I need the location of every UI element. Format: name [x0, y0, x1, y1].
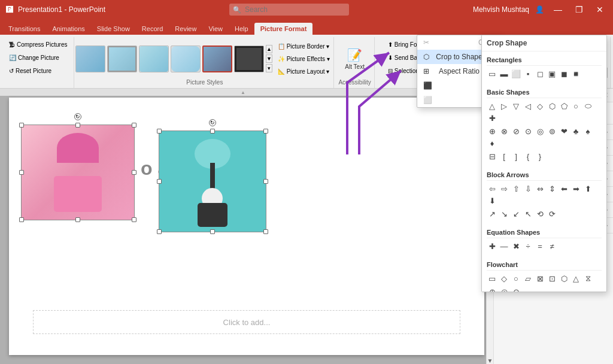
image1-handle-tm[interactable] — [75, 123, 80, 128]
shape-hex[interactable]: ⬡ — [547, 101, 557, 111]
image2-handle-tl[interactable] — [157, 129, 162, 134]
shape-fc3[interactable]: ○ — [511, 273, 521, 284]
shape-bs1[interactable]: ⊕ — [487, 126, 497, 136]
shape-ba3[interactable]: ⇧ — [511, 183, 521, 194]
image1-handle-bl[interactable] — [19, 217, 24, 222]
picture-effects-button[interactable]: ✨ Picture Effects ▾ — [274, 53, 334, 65]
tab-help[interactable]: Help — [229, 23, 254, 35]
image1-container[interactable]: ↻ — [21, 125, 135, 220]
tab-transitions[interactable]: Transitions — [2, 23, 46, 35]
shape-ba8[interactable]: ➡ — [570, 183, 581, 194]
shape-rect-6[interactable]: ▣ — [547, 68, 557, 79]
image1-handle-tr[interactable] — [132, 123, 136, 128]
shape-ba7[interactable]: ⬅ — [559, 183, 569, 194]
shape-fc5[interactable]: ⊠ — [535, 273, 545, 284]
shape-fc12[interactable]: ⊙ — [511, 286, 521, 292]
image2-handle-tm[interactable] — [210, 129, 215, 134]
shape-eq3[interactable]: ✖ — [511, 241, 521, 251]
shape-bs15[interactable]: } — [535, 151, 545, 162]
shape-rect-1[interactable]: ▭ — [487, 68, 497, 79]
style-thumb-3[interactable] — [139, 46, 169, 72]
tab-slideshow[interactable]: Slide Show — [91, 23, 136, 35]
shape-eq2[interactable]: — — [499, 241, 509, 251]
picture-layout-button[interactable]: 📐 Picture Layout ▾ — [274, 65, 334, 77]
scroll-down-arrow[interactable]: ▼ — [487, 357, 493, 364]
change-picture-button[interactable]: 🔄 Change Picture — [5, 51, 71, 63]
shape-bs3[interactable]: ⊘ — [511, 126, 521, 136]
tab-view[interactable]: View — [202, 23, 229, 35]
shape-bs4[interactable]: ⊙ — [523, 126, 533, 136]
image2-handle-bm[interactable] — [210, 229, 215, 234]
image2-handle-tr[interactable] — [263, 129, 268, 134]
image1-handle-tl[interactable] — [19, 123, 24, 128]
image2-handle-bl[interactable] — [157, 229, 162, 234]
style-thumb-1[interactable] — [75, 46, 105, 72]
shape-ba4[interactable]: ⇩ — [523, 183, 533, 194]
shape-fc8[interactable]: △ — [570, 273, 581, 284]
style-thumb-4[interactable] — [171, 46, 201, 72]
styles-expand[interactable]: ▾ — [266, 64, 272, 72]
shape-rect-7[interactable]: ◼ — [559, 68, 569, 79]
style-thumb-6[interactable] — [234, 46, 264, 72]
shape-eq4[interactable]: ÷ — [523, 241, 533, 251]
shape-bs12[interactable]: [ — [499, 151, 509, 162]
styles-scroll-up[interactable]: ▲ — [266, 45, 272, 53]
shape-bs14[interactable]: { — [523, 151, 533, 162]
shape-ba15[interactable]: ⟲ — [535, 208, 545, 219]
shape-bs9[interactable]: ♠ — [582, 126, 593, 136]
shape-fc9[interactable]: ⧖ — [582, 273, 593, 284]
shape-bs6[interactable]: ⊚ — [547, 126, 557, 136]
shape-bs2[interactable]: ⊗ — [499, 126, 509, 136]
picture-border-button[interactable]: 📋 Picture Border ▾ — [274, 40, 334, 52]
style-thumb-2[interactable] — [107, 46, 137, 72]
restore-button[interactable]: ❐ — [572, 4, 587, 16]
shape-ltri[interactable]: ◁ — [523, 101, 533, 111]
shape-bs10[interactable]: ♦ — [487, 138, 497, 148]
shape-bs5[interactable]: ◎ — [535, 126, 545, 136]
shape-ba11[interactable]: ↗ — [487, 208, 497, 219]
shape-dtri[interactable]: ▽ — [511, 101, 521, 111]
shape-ba14[interactable]: ↖ — [523, 208, 533, 219]
shape-fc4[interactable]: ▱ — [523, 273, 533, 284]
tab-picture-format[interactable]: Picture Format — [254, 23, 313, 35]
shape-circle[interactable]: ○ — [570, 101, 581, 111]
shape-eq6[interactable]: ≠ — [547, 241, 557, 251]
image1-handle-br[interactable] — [132, 217, 136, 222]
shape-fc10[interactable]: ⊕ — [487, 286, 497, 292]
shape-bs8[interactable]: ♣ — [570, 126, 581, 136]
image1-rotate-handle[interactable]: ↻ — [74, 113, 81, 120]
shape-ba9[interactable]: ⬆ — [582, 183, 593, 194]
shape-fc1[interactable]: ▭ — [487, 273, 497, 284]
image1-handle-mr[interactable] — [132, 170, 136, 175]
minimize-button[interactable]: — — [550, 4, 566, 16]
shape-eq1[interactable]: ✚ — [487, 241, 497, 251]
shape-ba12[interactable]: ↘ — [499, 208, 509, 219]
shape-ba2[interactable]: ⇨ — [499, 183, 509, 194]
shape-ba13[interactable]: ↙ — [511, 208, 521, 219]
shape-ba10[interactable]: ⬇ — [487, 195, 497, 206]
bottom-placeholder[interactable]: Click to add... — [33, 310, 460, 334]
shape-diamond[interactable]: ◇ — [535, 101, 545, 111]
search-input[interactable] — [229, 4, 349, 16]
styles-scroll-down[interactable]: ▼ — [266, 54, 272, 63]
image2-rotate-handle[interactable]: ↻ — [209, 119, 216, 126]
shape-fc11[interactable]: ◎ — [499, 286, 509, 292]
tab-animations[interactable]: Animations — [46, 23, 90, 35]
shape-eq5[interactable]: = — [535, 241, 545, 251]
shape-rect-5[interactable]: ◻ — [535, 68, 545, 79]
image2-handle-mr[interactable] — [263, 179, 268, 184]
shape-bs7[interactable]: ❤ — [559, 126, 569, 136]
shape-pent[interactable]: ⬠ — [559, 101, 569, 111]
shape-fc6[interactable]: ⊡ — [547, 273, 557, 284]
shape-bs13[interactable]: ] — [511, 151, 521, 162]
image2-handle-br[interactable] — [263, 229, 268, 234]
shape-rect-2[interactable]: ▬ — [499, 68, 509, 79]
shape-fc2[interactable]: ◇ — [499, 273, 509, 284]
shape-ba1[interactable]: ⇦ — [487, 183, 497, 194]
tab-review[interactable]: Review — [169, 23, 202, 35]
image1-handle-bm[interactable] — [75, 217, 80, 222]
alt-text-button[interactable]: 📝 Alt Text — [341, 46, 368, 72]
reset-picture-button[interactable]: ↺ Reset Picture — [5, 65, 71, 77]
tab-record[interactable]: Record — [136, 23, 169, 35]
shape-ba5[interactable]: ⇔ — [535, 183, 545, 194]
